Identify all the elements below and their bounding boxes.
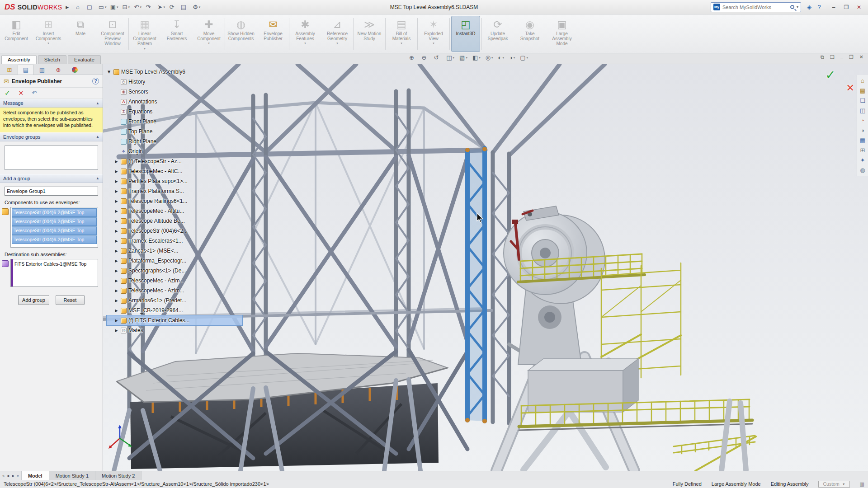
design-library-icon[interactable]: ▤ xyxy=(860,87,865,94)
command-tab[interactable]: Evaluate xyxy=(68,55,101,64)
confirmation-ok-icon[interactable]: ✓ xyxy=(825,68,835,82)
tree-item[interactable]: ▶ Equations xyxy=(107,107,242,117)
cascade-icon[interactable]: ❏ xyxy=(830,54,835,60)
help-icon[interactable]: ? xyxy=(815,4,824,10)
insert-components-icon[interactable]: ⊞ Insert Components ▾ xyxy=(34,16,63,52)
expand-arrow-icon[interactable]: ▶ xyxy=(114,319,119,323)
file-explorer-icon[interactable]: ❏ xyxy=(860,97,865,104)
add-group-section-header[interactable]: Add a group▲ xyxy=(0,174,103,183)
large-assembly-mode-icon[interactable]: ▣ Large Assembly Mode ▾ xyxy=(547,16,576,52)
tree-item[interactable]: ▶ Telescope Altitude Be... xyxy=(107,216,242,226)
component-list-item[interactable]: TelescopeStr (004)6-2@MSE Top xyxy=(12,217,97,226)
save-icon[interactable]: ▣▾ xyxy=(108,2,120,13)
search-scope-chevron-icon[interactable]: ▾ xyxy=(797,5,798,9)
tree-item[interactable]: ▶ Spectographs<1> (De... xyxy=(107,266,242,276)
highlighted-column[interactable] xyxy=(465,147,487,423)
expand-arrow-icon[interactable]: ▶ xyxy=(114,279,119,283)
tree-item[interactable]: ▶ MSE_CB-2019-2964... xyxy=(107,305,242,315)
featuremanager-tab-icon[interactable]: ⊞ xyxy=(1,65,18,75)
new-document-icon[interactable]: ▢▾ xyxy=(85,2,96,13)
expand-arrow-icon[interactable]: ▶ xyxy=(114,259,119,263)
undo-button[interactable]: ↶ xyxy=(32,89,37,96)
expand-arrow-icon[interactable]: ▶ xyxy=(114,239,119,243)
tree-item[interactable]: ▶ Tramex-Escaleras<1... xyxy=(107,236,242,246)
custom-properties-icon[interactable]: ▦ xyxy=(860,137,865,144)
section-view-icon[interactable]: ◫▾ xyxy=(446,54,454,61)
scroll-last-icon[interactable]: » xyxy=(17,474,19,478)
command-tab[interactable]: Assembly xyxy=(1,55,37,64)
document-tab[interactable]: Motion Study 2 xyxy=(95,471,142,480)
destination-listbox[interactable]: FiTS Exterior Cables-1@MSE Top xyxy=(10,259,98,287)
search-icon[interactable] xyxy=(790,5,794,9)
view-orientation-icon[interactable]: ▧▾ xyxy=(459,54,467,61)
tree-item[interactable]: ▶ Armarios6<1> (Predet... xyxy=(107,296,242,305)
expand-arrow-icon[interactable]: ▶ xyxy=(114,289,119,293)
command-tab[interactable]: Sketch xyxy=(38,55,66,64)
scroll-first-icon[interactable]: « xyxy=(2,474,5,478)
open-document-icon[interactable]: ▭▾ xyxy=(97,2,108,13)
destination-list-item[interactable]: FiTS Exterior Cables-1@MSE Top xyxy=(14,260,96,268)
expand-arrow-icon[interactable]: ▶ xyxy=(114,209,119,213)
edit-appearance-icon[interactable]: ◐▾ xyxy=(498,54,504,61)
move-component-icon[interactable]: ✚ Move Component ▾ xyxy=(194,16,223,52)
expand-arrow-icon[interactable]: ▶ xyxy=(114,229,119,233)
graphics-viewport[interactable]: ▶ MSE Top Level Assembly6 ▶ History ▶ Se… xyxy=(103,64,868,471)
add-group-button[interactable]: Add group xyxy=(18,295,49,305)
collapse-chevron-icon[interactable]: ▲ xyxy=(96,176,99,180)
tree-item[interactable]: ▶ Perfiles Plata supo<1>... xyxy=(107,176,242,186)
redo-icon[interactable]: ↷▾ xyxy=(144,2,155,13)
tree-item[interactable]: ▶ Plataforma_Espectogr... xyxy=(107,256,242,266)
document-tab[interactable]: Motion Study 1 xyxy=(49,471,95,480)
tree-item[interactable]: ▶ Annotations xyxy=(107,97,242,107)
tree-item[interactable]: ▶ TelescopeMec - AltC... xyxy=(107,166,242,176)
scroll-left-icon[interactable]: ◄ xyxy=(6,474,10,478)
appearances-icon[interactable]: ◔ xyxy=(861,117,864,124)
view-palette-icon[interactable]: ◫ xyxy=(860,107,865,114)
tree-item[interactable]: ▶ Right Plane xyxy=(107,136,242,146)
new-window-icon[interactable]: ⧉ xyxy=(821,54,824,60)
linear-component-pattern-icon[interactable]: ▦ Linear Component Pattern ▾ xyxy=(130,16,159,52)
update-speedpak-icon[interactable]: ⟳ Update Speedpak ▾ xyxy=(483,16,512,52)
display-style-icon[interactable]: ◧▾ xyxy=(472,54,481,61)
help-icon[interactable]: ? xyxy=(92,78,99,84)
tree-item[interactable]: ▶ Front Plane xyxy=(107,117,242,127)
reference-geometry-icon[interactable]: ⊿ Reference Geometry ▾ xyxy=(323,16,352,52)
tree-item[interactable]: ▶ History xyxy=(107,77,242,87)
select-icon[interactable]: ➤▾ xyxy=(156,2,167,13)
document-tab[interactable]: Model xyxy=(22,471,49,480)
dimxpertmanager-tab-icon[interactable]: ⊕ xyxy=(50,65,66,75)
tree-item[interactable]: ▶ Mates xyxy=(107,325,242,335)
expand-arrow-icon[interactable]: ▶ xyxy=(114,169,119,174)
bill-of-materials-icon[interactable]: ▤ Bill of Materials ▾ xyxy=(387,16,416,52)
solidworks-id-icon[interactable]: ◈ xyxy=(805,4,814,10)
smart-fasteners-icon[interactable]: ↧ Smart Fasteners ▾ xyxy=(162,16,191,52)
expand-arrow-icon[interactable]: ▶ xyxy=(114,219,119,223)
tree-item[interactable]: ▶ TelescopeStr (004)6<2... xyxy=(107,226,242,236)
forum-icon[interactable]: ✦ xyxy=(860,157,865,164)
expand-arrow-icon[interactable]: ▶ xyxy=(114,328,119,333)
exploded-view-icon[interactable]: ✶ Exploded View ▾ xyxy=(419,16,448,52)
unit-system-dropdown[interactable]: Custom▼ xyxy=(818,481,849,488)
view-settings-icon[interactable]: ▢▾ xyxy=(520,54,528,61)
tree-item[interactable]: ▶ Telescope Railings6<1... xyxy=(107,196,242,206)
component-list-item[interactable]: TelescopeStr (004)6-2@MSE Top xyxy=(12,226,97,235)
zoom-to-area-icon[interactable]: ⊖▾ xyxy=(421,54,429,61)
show-hidden-components-icon[interactable]: ◍ Show Hidden Components ▾ xyxy=(226,16,255,52)
edit-component-icon[interactable]: ◧ Edit Component ▾ xyxy=(2,16,31,52)
search-input[interactable] xyxy=(722,5,788,10)
add-ins-icon[interactable]: ◍ xyxy=(860,167,865,174)
instant3d-icon[interactable]: ◰ Instant3D ▾ xyxy=(451,16,480,52)
tree-item[interactable]: ▶ Tramex Plataforma S... xyxy=(107,186,242,196)
group-name-input[interactable] xyxy=(5,187,98,196)
configurationmanager-tab-icon[interactable]: ▥ xyxy=(34,65,50,75)
envelope-groups-section-header[interactable]: Envelope groups▲ xyxy=(0,132,103,141)
tree-item[interactable]: ▶ Sensors xyxy=(107,87,242,97)
file-properties-icon[interactable]: ▤▾ xyxy=(179,2,190,13)
logo-flyout-icon[interactable]: ▶ xyxy=(66,5,69,9)
take-snapshot-icon[interactable]: ◉ Take Snapshot ▾ xyxy=(515,16,544,52)
apply-scene-icon[interactable]: ◑▾ xyxy=(509,54,515,61)
mate-icon[interactable]: ⧉ Mate ▾ xyxy=(66,16,95,52)
print-icon[interactable]: ⊟▾ xyxy=(120,2,132,13)
home-icon[interactable]: ⌂▾ xyxy=(73,2,85,13)
expand-arrow-icon[interactable]: ▶ xyxy=(114,160,119,164)
